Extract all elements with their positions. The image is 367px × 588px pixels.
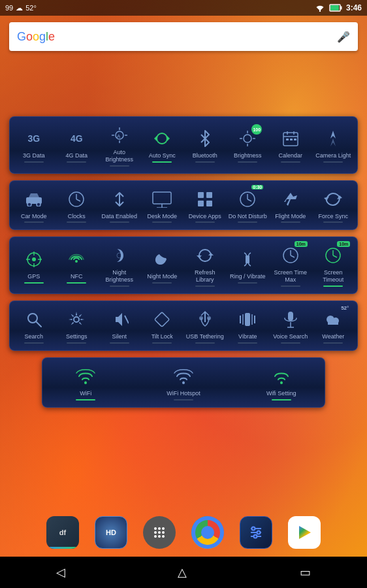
widget-device-apps[interactable]: Device Apps xyxy=(184,185,227,226)
widget-dnd[interactable]: 0:30 Do Not Disturb xyxy=(227,185,270,226)
widget-auto-brightness[interactable]: A Auto Brightness xyxy=(98,121,141,169)
widget-auto-sync[interactable]: Auto Sync xyxy=(141,124,184,165)
widget-desk-mode[interactable]: Desk Mode xyxy=(141,185,184,226)
nfc-icon xyxy=(65,248,88,271)
widget-ring-vibrate[interactable]: Ring / Vibrate xyxy=(227,245,270,286)
svg-point-83 xyxy=(158,527,161,530)
widget-label-auto-brightness: Auto Brightness xyxy=(99,149,140,163)
wifi-setting-icon xyxy=(270,365,293,388)
widget-refresh-library[interactable]: Refresh Library xyxy=(184,241,227,289)
widget-wifi-setting[interactable]: Wifi Setting xyxy=(259,362,304,403)
widget-bluetooth[interactable]: Bluetooth xyxy=(184,124,227,165)
dock-apps[interactable] xyxy=(142,515,177,550)
svg-point-12 xyxy=(244,135,251,142)
widget-3g[interactable]: 3G 3G Data xyxy=(12,124,56,165)
dock-play-store[interactable] xyxy=(287,515,322,550)
screen-time-max-icon: 10m xyxy=(279,244,302,267)
screen-time-max-badge: 10m xyxy=(295,241,308,247)
dnd-icon: 0:30 xyxy=(236,188,259,211)
silent-indicator xyxy=(110,342,129,344)
widget-label-wifi-setting: Wifi Setting xyxy=(266,390,296,397)
settings-indicator xyxy=(67,342,86,344)
widget-label-voice-search: Voice Search xyxy=(273,333,308,340)
widget-gps[interactable]: GPS xyxy=(12,245,56,286)
widget-weather[interactable]: 52° Weather xyxy=(312,305,355,346)
widget-label-4g: 4G Data xyxy=(65,152,88,159)
widget-flight-mode[interactable]: Flight Mode xyxy=(269,185,312,226)
usb-tethering-indicator xyxy=(195,342,215,344)
widget-wifi[interactable]: WiFi xyxy=(63,362,108,403)
widget-label-force-sync: Force Sync xyxy=(318,213,348,220)
widget-force-sync[interactable]: Force Sync xyxy=(312,185,355,226)
widget-settings[interactable]: Settings xyxy=(56,305,99,346)
svg-marker-24 xyxy=(330,131,336,139)
widget-4g[interactable]: 4G 4G Data xyxy=(56,124,99,165)
recent-apps-button[interactable]: ▭ xyxy=(287,560,324,585)
dock-df[interactable]: df xyxy=(45,515,80,550)
widget-car-mode[interactable]: Car Mode xyxy=(12,185,56,226)
refresh-library-indicator xyxy=(195,286,215,287)
svg-line-62 xyxy=(36,321,41,327)
device-apps-indicator xyxy=(195,221,215,223)
settings-icon xyxy=(65,308,88,331)
svg-rect-3 xyxy=(330,5,339,10)
widget-silent[interactable]: Silent xyxy=(98,305,141,346)
gps-icon xyxy=(22,248,46,271)
widget-search[interactable]: Search xyxy=(12,305,56,346)
widget-screen-time-max[interactable]: 10m Screen Time Max xyxy=(269,241,312,289)
widget-label-3g: 3G Data xyxy=(23,152,45,159)
microphone-icon[interactable]: 🎤 xyxy=(337,31,350,43)
camera-light-icon xyxy=(321,127,345,150)
status-left: 99 ☁ 52° xyxy=(5,4,315,12)
auto-brightness-icon: A xyxy=(108,123,131,147)
widget-screen-timeout[interactable]: 10m Screen Timeout xyxy=(312,241,355,289)
home-button[interactable]: △ xyxy=(165,560,200,585)
widget-camera-light[interactable]: Camera Light xyxy=(312,124,355,165)
night-mode-icon xyxy=(150,248,174,271)
weather-badge: 52° xyxy=(341,305,349,311)
car-mode-indicator xyxy=(24,221,44,223)
svg-point-28 xyxy=(37,203,40,206)
widget-label-camera-light: Camera Light xyxy=(315,152,351,159)
widget-label-dnd: Do Not Disturb xyxy=(229,213,267,220)
4g-icon: 4G xyxy=(65,127,88,150)
widget-usb-tethering[interactable]: USB Tethering xyxy=(184,305,227,346)
svg-point-84 xyxy=(162,527,165,530)
svg-point-88 xyxy=(154,535,157,538)
widget-vibrate[interactable]: Vibrate xyxy=(227,305,270,346)
clock: 3:46 xyxy=(346,3,362,12)
night-brightness-icon xyxy=(108,244,131,267)
bluetooth-icon xyxy=(193,127,217,150)
tilt-lock-icon xyxy=(150,308,174,331)
google-search-bar[interactable]: Google 🎤 xyxy=(9,22,358,51)
widget-brightness[interactable]: 100 Brightness xyxy=(227,124,270,165)
widget-clocks[interactable]: Clocks xyxy=(56,185,99,226)
camera-light-indicator xyxy=(323,161,343,163)
dock-hd[interactable]: HD xyxy=(93,515,129,550)
back-button[interactable]: ◁ xyxy=(43,560,78,585)
svg-point-50 xyxy=(75,260,78,263)
widget-label-silent: Silent xyxy=(112,333,127,340)
widget-label-auto-sync: Auto Sync xyxy=(149,152,176,159)
dock-chrome[interactable] xyxy=(190,515,225,550)
svg-marker-43 xyxy=(324,197,329,201)
screen-time-max-indicator xyxy=(281,286,300,287)
svg-marker-10 xyxy=(167,136,170,141)
widget-night-brightness[interactable]: Night Brightness xyxy=(98,241,141,289)
widget-night-mode[interactable]: Night Mode xyxy=(141,245,184,286)
widget-row-4: Search Sett xyxy=(12,305,355,346)
widget-tilt-lock[interactable]: Tilt Lock xyxy=(141,305,184,346)
widget-label-usb-tethering: USB Tethering xyxy=(186,333,224,340)
dock-equalizer[interactable] xyxy=(238,515,274,550)
widget-nfc[interactable]: NFC xyxy=(56,245,99,286)
svg-rect-23 xyxy=(294,139,296,140)
widget-data-enabled[interactable]: Data Enabled xyxy=(98,185,141,226)
widget-label-search: Search xyxy=(24,333,43,340)
svg-point-27 xyxy=(27,203,31,206)
svg-point-95 xyxy=(257,531,261,534)
tilt-lock-indicator xyxy=(152,342,172,344)
widget-wifi-hotspot[interactable]: WiFi Hotspot xyxy=(144,362,223,403)
brightness-icon: 100 xyxy=(236,127,259,150)
widget-voice-search[interactable]: Voice Search xyxy=(269,305,312,346)
widget-calendar[interactable]: Calendar xyxy=(269,124,312,165)
